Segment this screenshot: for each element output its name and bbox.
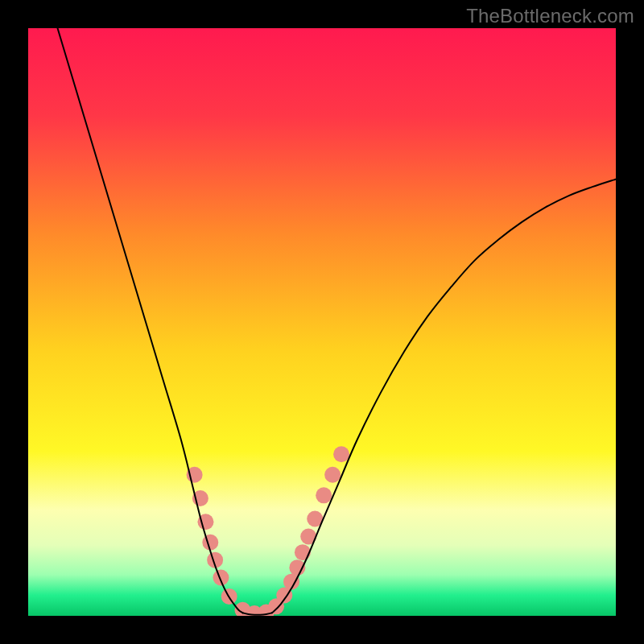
line-group [58,28,617,615]
data-marker [202,535,218,551]
series-right-branch [272,180,616,613]
data-marker [295,544,311,560]
data-marker [324,467,341,483]
data-marker [213,570,229,586]
data-marker [316,487,332,503]
data-marker [333,446,349,462]
watermark-text: TheBottleneck.com [466,5,634,27]
plot-area [28,28,616,616]
marker-group [187,446,350,616]
curve-layer [28,28,616,616]
series-left-branch [58,28,243,613]
chart-frame: TheBottleneck.com [0,0,644,644]
